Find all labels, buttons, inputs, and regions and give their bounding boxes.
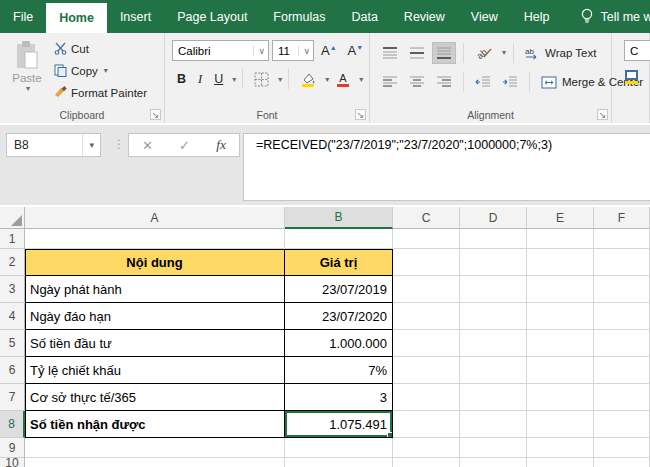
- cell-A5[interactable]: Số tiền đầu tư: [25, 330, 285, 357]
- fill-color-button[interactable]: [295, 70, 321, 89]
- align-left-button[interactable]: [378, 71, 402, 93]
- cell-D9[interactable]: [460, 438, 527, 458]
- cell-A10[interactable]: [25, 458, 285, 467]
- underline-button[interactable]: U: [209, 70, 228, 88]
- column-header-B[interactable]: B: [285, 207, 393, 229]
- cell-A4[interactable]: Ngày đáo hạn: [25, 303, 285, 330]
- tab-help[interactable]: Help: [511, 0, 563, 33]
- cell-A3[interactable]: Ngày phát hành: [25, 276, 285, 303]
- bold-button[interactable]: B: [172, 70, 191, 88]
- column-header-E[interactable]: E: [527, 207, 594, 229]
- align-center-button[interactable]: [405, 71, 429, 93]
- font-dialog-launcher[interactable]: ↘: [355, 109, 366, 120]
- copy-dropdown-arrow[interactable]: ▾: [104, 66, 108, 75]
- row-header-10[interactable]: 10: [0, 458, 25, 467]
- accounting-format-icon[interactable]: [625, 69, 641, 84]
- cell-C9[interactable]: [393, 438, 460, 458]
- align-right-button[interactable]: [432, 71, 456, 93]
- font-name-combo[interactable]: Calibri ∨: [172, 40, 269, 61]
- cell-D10[interactable]: [460, 458, 527, 467]
- fill-color-dropdown-arrow[interactable]: ▾: [325, 75, 329, 84]
- cell-B1[interactable]: [285, 229, 393, 249]
- name-box[interactable]: B8 ▾: [6, 133, 101, 157]
- tab-file[interactable]: File: [0, 0, 46, 33]
- cell-B6[interactable]: 7%: [285, 357, 393, 384]
- cell-C1[interactable]: [393, 229, 460, 249]
- tab-formulas[interactable]: Formulas: [260, 0, 338, 33]
- cell-F1[interactable]: [594, 229, 650, 249]
- align-top-button[interactable]: [378, 42, 402, 64]
- cell-F3[interactable]: [594, 276, 650, 303]
- cell-E7[interactable]: [527, 384, 594, 411]
- tab-view[interactable]: View: [458, 0, 511, 33]
- number-format-combo[interactable]: C: [624, 40, 650, 61]
- underline-dropdown-arrow[interactable]: ▾: [232, 75, 236, 84]
- cell-B7[interactable]: 3: [285, 384, 393, 411]
- cell-E4[interactable]: [527, 303, 594, 330]
- row-header-8[interactable]: 8: [0, 411, 25, 438]
- cell-D8[interactable]: [460, 411, 527, 438]
- cell-D4[interactable]: [460, 303, 527, 330]
- cell-F10[interactable]: [594, 458, 650, 467]
- cell-B8[interactable]: 1.075.491: [285, 411, 393, 438]
- italic-button[interactable]: I: [193, 70, 207, 89]
- cell-C7[interactable]: [393, 384, 460, 411]
- paste-button[interactable]: Paste ▾: [6, 38, 48, 106]
- tab-review[interactable]: Review: [391, 0, 458, 33]
- cell-C3[interactable]: [393, 276, 460, 303]
- cell-F8[interactable]: [594, 411, 650, 438]
- tab-home[interactable]: Home: [46, 3, 107, 33]
- font-color-dropdown-arrow[interactable]: ▾: [359, 75, 363, 84]
- cell-B4[interactable]: 23/07/2020: [285, 303, 393, 330]
- cell-B3[interactable]: 23/07/2019: [285, 276, 393, 303]
- name-box-dropdown-arrow[interactable]: ▾: [82, 134, 100, 156]
- tab-data[interactable]: Data: [338, 0, 390, 33]
- cell-D6[interactable]: [460, 357, 527, 384]
- cell-D5[interactable]: [460, 330, 527, 357]
- cell-F2[interactable]: [594, 249, 650, 276]
- decrease-indent-button[interactable]: [471, 71, 495, 93]
- format-painter-button[interactable]: Format Painter: [54, 86, 147, 99]
- cell-E8[interactable]: [527, 411, 594, 438]
- cell-F5[interactable]: [594, 330, 650, 357]
- tab-page-layout[interactable]: Page Layout: [164, 0, 260, 33]
- align-bottom-button[interactable]: [432, 42, 456, 64]
- column-header-C[interactable]: C: [393, 207, 460, 229]
- cell-E6[interactable]: [527, 357, 594, 384]
- increase-font-button[interactable]: A▲: [317, 43, 341, 58]
- formula-bar-resize-dots[interactable]: ⋮: [113, 137, 125, 151]
- cell-C6[interactable]: [393, 357, 460, 384]
- font-color-button[interactable]: A: [331, 70, 355, 89]
- cell-F7[interactable]: [594, 384, 650, 411]
- row-header-9[interactable]: 9: [0, 438, 25, 458]
- row-header-1[interactable]: 1: [0, 229, 25, 249]
- cell-A9[interactable]: [25, 438, 285, 458]
- cell-A7[interactable]: Cơ sở thực tế/365: [25, 384, 285, 411]
- enter-button[interactable]: ✓: [179, 138, 190, 153]
- cell-A8[interactable]: Số tiền nhận được: [25, 411, 285, 438]
- cell-A1[interactable]: [25, 229, 285, 249]
- row-header-4[interactable]: 4: [0, 303, 25, 330]
- cell-C5[interactable]: [393, 330, 460, 357]
- borders-dropdown-arrow[interactable]: ▾: [278, 75, 282, 84]
- cell-D1[interactable]: [460, 229, 527, 249]
- wrap-text-button[interactable]: ab Wrap Text: [521, 42, 600, 64]
- select-all-corner[interactable]: [0, 207, 25, 229]
- cell-C8[interactable]: [393, 411, 460, 438]
- cell-B5[interactable]: 1.000.000: [285, 330, 393, 357]
- cell-F6[interactable]: [594, 357, 650, 384]
- row-header-5[interactable]: 5: [0, 330, 25, 357]
- cell-E5[interactable]: [527, 330, 594, 357]
- cell-C10[interactable]: [393, 458, 460, 467]
- row-header-6[interactable]: 6: [0, 357, 25, 384]
- cell-C2[interactable]: [393, 249, 460, 276]
- cell-A2[interactable]: Nội dung: [25, 249, 285, 276]
- orientation-dropdown-arrow[interactable]: ▾: [502, 48, 506, 57]
- row-header-7[interactable]: 7: [0, 384, 25, 411]
- cut-button[interactable]: Cut: [54, 42, 89, 55]
- cell-D3[interactable]: [460, 276, 527, 303]
- insert-function-button[interactable]: fx: [216, 137, 226, 153]
- decrease-font-button[interactable]: A▼: [344, 43, 368, 58]
- row-header-3[interactable]: 3: [0, 276, 25, 303]
- cell-E3[interactable]: [527, 276, 594, 303]
